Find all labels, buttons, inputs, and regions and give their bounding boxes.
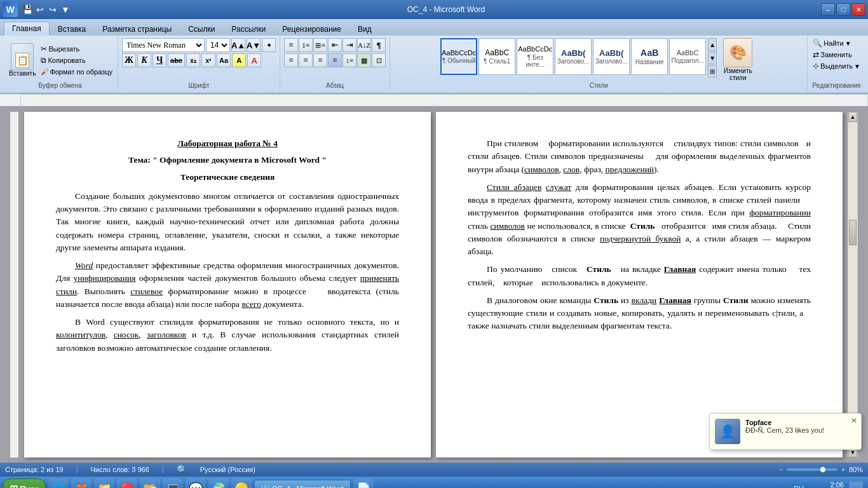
minimize-btn[interactable]: – xyxy=(821,3,835,16)
styles-expand[interactable]: ⊞ xyxy=(708,65,717,78)
line-spacing-btn[interactable]: ↕≡ xyxy=(342,53,356,67)
taskbar-icon-9[interactable]: 🟡 xyxy=(231,478,252,488)
format-painter-button[interactable]: 🖌 Формат по образцу xyxy=(39,67,114,77)
close-btn[interactable]: ✕ xyxy=(851,3,865,16)
redo-quick-btn[interactable]: ↪ xyxy=(47,4,58,15)
tab-view[interactable]: Вид xyxy=(349,22,380,36)
status-bar: Страница: 2 из 19 | Число слов: 3 966 | … xyxy=(0,463,868,477)
tab-references[interactable]: Ссылки xyxy=(180,22,223,36)
para-controls: ≡ 1≡ ⊞≡ ⇤ ⇥ A↓Z ¶ ≡ ≡ ≡ ≡ ↕≡ ▦ ⊡ xyxy=(284,38,386,67)
start-button[interactable]: ⊞ Пуск xyxy=(3,478,46,488)
customize-quick-btn[interactable]: ▼ xyxy=(60,4,71,15)
select-icon: ⊹ xyxy=(813,62,819,71)
highlight-btn[interactable]: A xyxy=(232,53,246,67)
grow-font-btn[interactable]: A▲ xyxy=(231,38,245,52)
replace-btn[interactable]: ⇄ Заменить xyxy=(811,50,853,60)
style-title[interactable]: АаВ Название xyxy=(631,38,668,75)
zoom-in-btn[interactable]: ＋ xyxy=(840,465,846,474)
numbering-btn[interactable]: 1≡ xyxy=(299,38,313,52)
italic-btn[interactable]: К xyxy=(137,53,151,67)
vertical-scrollbar[interactable]: ▲ ▼ xyxy=(848,112,858,458)
sort-btn[interactable]: A↓Z xyxy=(357,38,371,52)
underline-btn[interactable]: Ч xyxy=(153,53,166,67)
style-subtitle[interactable]: AaBbС Подзагол... xyxy=(669,38,706,75)
zoom-thumb[interactable] xyxy=(820,466,826,473)
align-justify-btn[interactable]: ≡ xyxy=(328,53,342,67)
zoom-slider[interactable] xyxy=(787,468,837,471)
taskbar-icon-1[interactable]: 🌐 xyxy=(48,478,69,488)
scroll-up-btn[interactable]: ▲ xyxy=(848,112,857,122)
page-right[interactable]: При стилевом форматировании используются… xyxy=(436,112,843,458)
notification-close-btn[interactable]: ✕ xyxy=(851,416,857,425)
taskbar-icon-5[interactable]: 📂 xyxy=(140,478,160,488)
tab-home[interactable]: Главная xyxy=(4,22,50,36)
style-no-spacing[interactable]: AaBbCcDc ¶ Без инте... xyxy=(517,38,553,75)
word-taskbar-app[interactable]: W ОС_4 - Microsoft Word xyxy=(254,480,351,488)
scroll-thumb[interactable] xyxy=(849,220,857,245)
page-left[interactable]: Лабораторная работа № 4 Тема: " Оформлен… xyxy=(24,112,431,458)
paste-button[interactable]: 📋 Вставить xyxy=(6,42,38,78)
taskbar-icon-8[interactable]: 🌍 xyxy=(208,478,229,488)
font-name-select[interactable]: Times New Roman xyxy=(122,38,205,52)
case-btn[interactable]: Аа xyxy=(217,53,231,67)
decrease-indent-btn[interactable]: ⇤ xyxy=(328,38,342,52)
window-controls[interactable]: – □ ✕ xyxy=(821,3,865,16)
cut-label: Вырезать xyxy=(48,45,79,53)
taskbar-icon-7[interactable]: 💬 xyxy=(186,478,206,488)
increase-indent-btn[interactable]: ⇥ xyxy=(342,38,356,52)
borders-btn[interactable]: ⊡ xyxy=(372,53,386,67)
restore-btn[interactable]: □ xyxy=(836,3,850,16)
shrink-font-btn[interactable]: A▼ xyxy=(247,38,261,52)
select-btn[interactable]: ⊹ Выделить ▼ xyxy=(811,61,862,71)
clipboard-content: 📋 Вставить ✂ Вырезать ⧉ Копировать 🖌 xyxy=(6,38,114,82)
style-1[interactable]: AaBbC ¶ Стиль1 xyxy=(478,38,515,75)
align-left-btn[interactable]: ≡ xyxy=(284,53,298,67)
show-marks-btn[interactable]: ¶ xyxy=(372,38,386,52)
tab-page-layout[interactable]: Разметка страницы xyxy=(94,22,180,36)
bullets-btn[interactable]: ≡ xyxy=(284,38,298,52)
change-styles-btn[interactable]: 🎨 Изменить стили xyxy=(719,38,757,81)
superscript-btn[interactable]: x² xyxy=(201,53,215,67)
taskbar-icon-3[interactable]: 📁 xyxy=(94,478,114,488)
paste-icon: 📋 xyxy=(11,43,34,70)
font-size-select[interactable]: 14 xyxy=(206,38,230,52)
clear-format-btn[interactable]: ✦ xyxy=(262,38,276,52)
style-h1[interactable]: AaBb( Заголово... xyxy=(555,38,592,75)
strikethrough-btn[interactable]: abc xyxy=(168,53,185,67)
bold-btn[interactable]: Ж xyxy=(122,53,136,67)
styles-scroll[interactable]: ▲ ▼ ⊞ xyxy=(708,38,717,78)
taskbar-icon-2[interactable]: 🦊 xyxy=(71,478,92,488)
styles-scroll-down[interactable]: ▼ xyxy=(708,51,717,64)
copy-icon: ⧉ xyxy=(41,56,46,65)
copy-button[interactable]: ⧉ Копировать xyxy=(39,55,114,65)
cut-button[interactable]: ✂ Вырезать xyxy=(39,44,114,54)
font-color-btn[interactable]: А xyxy=(247,53,261,67)
tab-insert[interactable]: Вставка xyxy=(50,22,95,36)
taskbar-icon-4[interactable]: 🔴 xyxy=(117,478,137,488)
zoom-out-btn[interactable]: － xyxy=(778,465,784,474)
zoom-controls[interactable]: － ＋ 80% xyxy=(778,465,863,474)
undo-quick-btn[interactable]: ↩ xyxy=(34,4,46,15)
style-normal[interactable]: AaBbCcDc ¶ Обычный xyxy=(440,38,477,75)
style-h2[interactable]: AaBb( Заголово... xyxy=(593,38,630,75)
subscript-btn[interactable]: x₂ xyxy=(186,53,200,67)
save-quick-btn[interactable]: 💾 xyxy=(22,4,33,15)
cut-icon: ✂ xyxy=(41,44,47,53)
styles-scroll-up[interactable]: ▲ xyxy=(708,38,717,51)
taskbar-lang[interactable]: RU xyxy=(794,485,804,488)
find-btn[interactable]: 🔍 Найти ▼ xyxy=(811,38,852,48)
styles-group: AaBbCcDc ¶ Обычный AaBbC ¶ Стиль1 AaBbCc… xyxy=(390,37,808,92)
taskbar-icon-6[interactable]: 💻 xyxy=(163,478,183,488)
shading-btn[interactable]: ▦ xyxy=(357,53,371,67)
style-1-label: ¶ Стиль1 xyxy=(484,58,510,65)
multilevel-btn[interactable]: ⊞≡ xyxy=(313,38,327,52)
taskbar-icon-pdf[interactable]: 📄 xyxy=(353,478,374,488)
tab-review[interactable]: Рецензирование xyxy=(274,22,349,36)
show-desktop-btn[interactable] xyxy=(849,482,863,488)
tab-mailings[interactable]: Рассылки xyxy=(223,22,274,36)
align-right-btn[interactable]: ≡ xyxy=(313,53,327,67)
quick-access-toolbar[interactable]: W 💾 ↩ ↪ ▼ xyxy=(3,2,71,17)
word-app-label: ОС_4 - Microsoft Word xyxy=(272,485,343,488)
ribbon-tabs[interactable]: Главная Вставка Разметка страницы Ссылки… xyxy=(0,19,868,36)
align-center-btn[interactable]: ≡ xyxy=(299,53,313,67)
